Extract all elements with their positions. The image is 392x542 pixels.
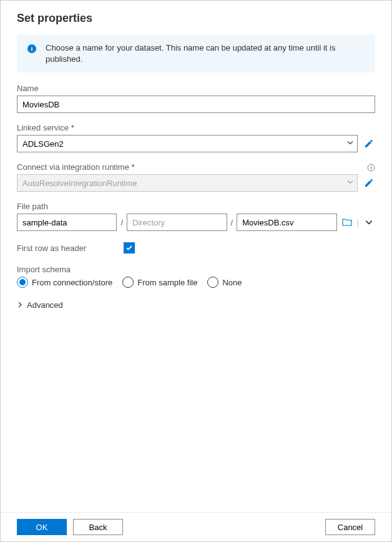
name-label: Name: [17, 84, 375, 93]
path-separator: /: [120, 218, 123, 227]
import-schema-radio-none[interactable]: None: [207, 277, 242, 288]
first-row-header-label: First row as header: [17, 244, 86, 253]
integration-runtime-info-icon[interactable]: [366, 163, 375, 172]
edit-linked-service-icon[interactable]: [363, 137, 375, 150]
page-title: Set properties: [17, 12, 375, 25]
file-path-label: File path: [17, 202, 375, 211]
svg-rect-1: [31, 48, 32, 51]
integration-runtime-select[interactable]: [17, 174, 358, 192]
linked-service-label: Linked service *: [17, 123, 375, 132]
file-path-directory-input[interactable]: [127, 214, 227, 231]
footer: OK Back Cancel: [1, 512, 391, 541]
panel-content: Set properties Choose a name for your da…: [1, 1, 391, 512]
back-button[interactable]: Back: [73, 519, 123, 535]
file-path-file-input[interactable]: [237, 214, 336, 231]
info-banner-text: Choose a name for your dataset. This nam…: [46, 42, 366, 65]
ok-button[interactable]: OK: [17, 519, 67, 535]
radio-label: None: [222, 278, 242, 287]
file-path-chevron-icon[interactable]: [363, 216, 375, 229]
edit-integration-runtime-icon[interactable]: [363, 177, 375, 189]
radio-label: From sample file: [137, 278, 197, 287]
advanced-label: Advanced: [27, 300, 63, 310]
browse-folder-icon[interactable]: [341, 216, 353, 229]
path-separator: /: [231, 218, 233, 227]
svg-rect-5: [371, 165, 371, 166]
import-schema-label: Import schema: [17, 265, 375, 274]
divider: |: [357, 218, 359, 227]
chevron-right-icon: [17, 300, 23, 310]
info-icon: [26, 42, 38, 55]
name-input[interactable]: [17, 96, 375, 113]
info-banner: Choose a name for your dataset. This nam…: [17, 35, 375, 72]
import-schema-radio-file[interactable]: From sample file: [122, 277, 197, 288]
import-schema-radio-connection[interactable]: From connection/store: [17, 277, 112, 288]
import-schema-radio-group: From connection/store From sample file N…: [17, 277, 375, 288]
first-row-header-checkbox[interactable]: [124, 242, 135, 254]
svg-rect-2: [31, 46, 32, 47]
advanced-expander[interactable]: Advanced: [17, 300, 63, 310]
cancel-button[interactable]: Cancel: [325, 519, 375, 535]
file-path-container-input[interactable]: [17, 214, 117, 231]
linked-service-select[interactable]: [17, 135, 358, 152]
svg-rect-4: [371, 167, 371, 169]
integration-runtime-label: Connect via integration runtime *: [17, 162, 135, 172]
radio-label: From connection/store: [32, 278, 112, 287]
